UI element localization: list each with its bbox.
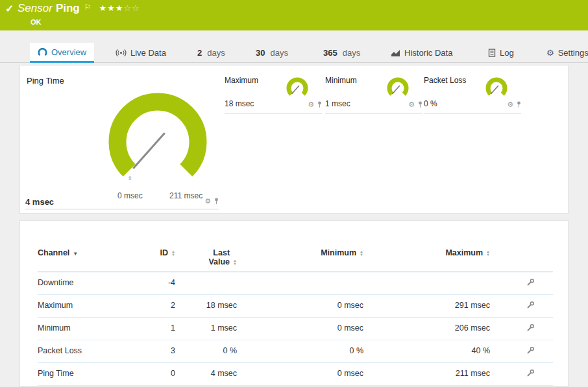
gauge-settings-icon[interactable]: ⚙ xyxy=(204,198,211,205)
channel-id: 2 xyxy=(145,295,180,318)
channel-name: Packet Loss xyxy=(38,340,145,363)
sorted-desc-icon: ▼ xyxy=(73,251,78,257)
small-gauge-maximum: Maximum 18 msec ⚙ xyxy=(225,75,322,113)
channel-settings-icon[interactable] xyxy=(526,301,535,311)
column-header-channel[interactable]: Channel▼ xyxy=(38,248,145,272)
tab-number: 365 xyxy=(323,48,337,58)
channel-id: -4 xyxy=(145,272,180,295)
tab-settings[interactable]: ⚙ Settings xyxy=(539,43,588,63)
column-label: ID xyxy=(160,248,169,257)
table-row: Downtime -4 xyxy=(38,272,553,295)
tab-unit: days xyxy=(270,48,288,58)
gauges-panel: Ping Time x̄ 0 msec 211 msec 4 msec ⚙ Ma… xyxy=(19,65,569,214)
channel-last-value xyxy=(180,272,242,295)
table-row: Ping Time 0 4 msec 0 msec 211 msec xyxy=(38,363,553,386)
column-header-last-value[interactable]: Last Value▲▼ xyxy=(180,248,242,272)
tab-number: 2 xyxy=(197,48,202,58)
tab-label: Overview xyxy=(51,47,86,57)
small-gauge-label: Minimum xyxy=(325,76,357,85)
channel-last-value: 4 msec xyxy=(180,363,242,386)
tab-365-days[interactable]: 365days xyxy=(315,43,368,63)
pin-icon[interactable] xyxy=(317,99,322,110)
channel-last-value: 18 msec xyxy=(180,295,242,318)
sensor-header: ✓ SensorPing⚐★★★☆☆ OK xyxy=(0,0,588,30)
channel-minimum: 0 msec xyxy=(242,318,369,340)
minimum-gauge xyxy=(384,76,412,99)
gauge-actions: ⚙ xyxy=(507,99,521,110)
channel-name: Ping Time xyxy=(38,363,145,386)
gauge-needle xyxy=(134,134,164,168)
sort-icon: ▲▼ xyxy=(233,259,237,266)
channel-name: Minimum xyxy=(38,318,145,340)
gauge-avg-marker: x̄ xyxy=(129,175,132,182)
gauge-icon xyxy=(38,48,47,56)
broadcast-icon xyxy=(116,49,127,57)
priority-stars[interactable]: ★★★☆☆ xyxy=(99,3,140,13)
gauge-settings-icon[interactable]: ⚙ xyxy=(308,101,314,108)
channel-name: Downtime xyxy=(38,272,145,295)
sort-icon: ▲▼ xyxy=(486,250,490,257)
pin-icon[interactable] xyxy=(214,195,219,207)
column-header-maximum[interactable]: Maximum▲▼ xyxy=(369,248,495,272)
small-gauge-packet-loss: Packet Loss 0 % ⚙ xyxy=(424,75,521,113)
channel-id: 3 xyxy=(145,340,180,363)
tab-unit: days xyxy=(343,48,360,58)
small-gauge-label: Maximum xyxy=(225,76,258,85)
bar-chart-icon xyxy=(391,49,400,57)
status-badge: OK xyxy=(31,18,42,26)
tab-30-days[interactable]: 30days xyxy=(248,43,296,63)
star-empty-icons: ☆☆ xyxy=(123,3,140,13)
gear-icon: ⚙ xyxy=(546,49,554,57)
channels-table: Channel▼ ID▲▼ Last Value▲▼ Minimum▲▼ Max… xyxy=(38,248,553,386)
tab-log[interactable]: Log xyxy=(480,43,522,63)
small-gauge-label: Packet Loss xyxy=(424,76,466,85)
gauge-actions: ⚙ xyxy=(408,99,423,110)
channel-last-value: 0 % xyxy=(180,340,242,363)
gauge-actions: ⚙ xyxy=(204,195,219,207)
column-label: Minimum xyxy=(321,248,356,257)
channel-id: 0 xyxy=(145,363,180,386)
flag-icon[interactable]: ⚐ xyxy=(84,3,92,12)
packet-loss-gauge xyxy=(482,76,511,99)
channel-last-value: 1 msec xyxy=(180,318,242,340)
column-label: Maximum xyxy=(445,248,483,257)
channels-panel: Channel▼ ID▲▼ Last Value▲▼ Minimum▲▼ Max… xyxy=(19,220,569,387)
small-gauge-value: 1 msec xyxy=(325,99,350,108)
channel-minimum: 0 % xyxy=(242,340,369,363)
tab-2-days[interactable]: 2days xyxy=(190,43,233,63)
sensor-type-label: Sensor xyxy=(18,2,53,14)
channel-settings-icon[interactable] xyxy=(526,278,535,288)
maximum-gauge xyxy=(283,76,312,99)
tab-overview[interactable]: Overview xyxy=(30,43,94,63)
main-gauge-value-row: 4 msec ⚙ xyxy=(25,195,219,209)
channel-minimum: 0 msec xyxy=(242,295,369,318)
column-header-id[interactable]: ID▲▼ xyxy=(145,248,180,272)
status-ok-icon: ✓ xyxy=(5,3,14,15)
sensor-name: Ping xyxy=(56,2,80,14)
column-header-minimum[interactable]: Minimum▲▼ xyxy=(242,248,369,272)
channel-id: 1 xyxy=(145,318,180,340)
gauge-settings-icon[interactable]: ⚙ xyxy=(507,101,513,108)
channel-settings-icon[interactable] xyxy=(526,346,535,357)
channel-settings-icon[interactable] xyxy=(526,369,535,379)
table-header-row: Channel▼ ID▲▼ Last Value▲▼ Minimum▲▼ Max… xyxy=(38,248,553,272)
tab-label: Historic Data xyxy=(404,48,452,58)
channel-maximum: 40 % xyxy=(369,340,495,363)
sensor-tab-bar: Overview Live Data 2days 30days 365days … xyxy=(0,43,588,63)
ping-time-gauge: x̄ xyxy=(93,85,223,194)
tab-unit: days xyxy=(207,48,225,58)
pin-icon[interactable] xyxy=(418,99,423,110)
table-row: Minimum 1 1 msec 0 msec 206 msec xyxy=(38,318,553,340)
page-title: SensorPing⚐★★★☆☆ xyxy=(18,2,140,15)
gauge-settings-icon[interactable]: ⚙ xyxy=(408,101,415,108)
sort-icon: ▲▼ xyxy=(360,250,363,257)
tab-label: Live Data xyxy=(130,48,166,58)
channel-settings-icon[interactable] xyxy=(526,323,535,334)
channel-maximum: 211 msec xyxy=(369,363,495,386)
tab-live-data[interactable]: Live Data xyxy=(108,43,174,63)
column-label: Last Value xyxy=(201,248,230,266)
channel-name: Maximum xyxy=(38,295,145,318)
tab-historic-data[interactable]: Historic Data xyxy=(383,43,460,63)
channel-maximum: 291 msec xyxy=(369,295,495,318)
pin-icon[interactable] xyxy=(517,99,521,110)
